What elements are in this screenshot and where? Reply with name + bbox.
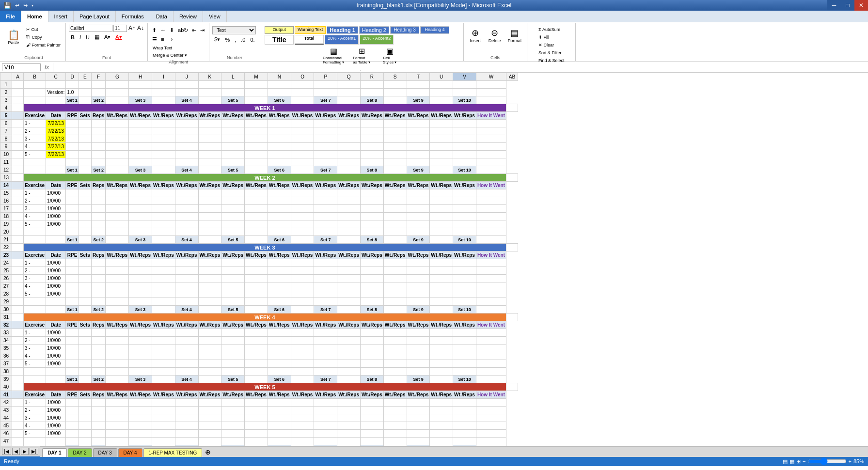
- set4-cell[interactable]: [175, 430, 198, 438]
- rpe-cell[interactable]: [66, 282, 79, 290]
- col-b[interactable]: B: [24, 73, 46, 81]
- decrease-font-btn[interactable]: A↓: [137, 24, 144, 32]
- set9-cell[interactable]: [291, 399, 314, 407]
- set5-cell[interactable]: [198, 414, 221, 422]
- set1-cell[interactable]: [106, 275, 129, 282]
- rpe-cell[interactable]: [66, 135, 79, 143]
- rpe-cell[interactable]: [66, 337, 79, 345]
- rpe-cell[interactable]: [66, 259, 79, 267]
- sets-cell[interactable]: [79, 337, 91, 345]
- version-value[interactable]: 1.0: [66, 89, 79, 96]
- set9-cell[interactable]: [291, 267, 314, 275]
- set4-cell[interactable]: [175, 267, 198, 275]
- rpe-cell[interactable]: [66, 360, 79, 368]
- sheet-1rep[interactable]: 1-REP MAX TESTING: [143, 448, 203, 457]
- set9-cell[interactable]: [291, 360, 314, 368]
- italic-button[interactable]: I: [78, 33, 83, 41]
- sets-cell[interactable]: [79, 360, 91, 368]
- tab-data[interactable]: Data: [150, 11, 174, 22]
- find-select-button[interactable]: Find & Select: [537, 57, 567, 64]
- date-cell[interactable]: 7/22/13: [46, 127, 66, 135]
- set3-cell[interactable]: [152, 345, 175, 352]
- set7-cell[interactable]: [245, 360, 268, 368]
- set6-cell[interactable]: [221, 205, 245, 213]
- reps-cell[interactable]: [91, 267, 105, 275]
- sheet-prev-btn[interactable]: ◀: [12, 448, 20, 455]
- set3-cell[interactable]: [152, 414, 175, 422]
- set7-cell[interactable]: [245, 329, 268, 337]
- set1-cell[interactable]: [106, 399, 129, 407]
- set6-cell[interactable]: [221, 422, 245, 430]
- reps-cell[interactable]: [91, 213, 105, 220]
- set1-cell[interactable]: [106, 422, 129, 430]
- set9-cell[interactable]: [291, 345, 314, 352]
- style-heading1[interactable]: Heading 1: [327, 26, 358, 34]
- date-cell[interactable]: 1/0/00: [46, 399, 66, 407]
- rpe-cell[interactable]: [66, 414, 79, 422]
- close-btn[interactable]: ✕: [854, 0, 868, 11]
- sets-cell[interactable]: [79, 135, 91, 143]
- reps-cell[interactable]: [91, 282, 105, 290]
- set6-cell[interactable]: [221, 213, 245, 220]
- formula-input[interactable]: [55, 64, 866, 70]
- set1-cell[interactable]: [106, 189, 129, 197]
- reps-cell[interactable]: [91, 127, 105, 135]
- sets-cell[interactable]: [79, 127, 91, 135]
- sets-cell[interactable]: [79, 414, 91, 422]
- set9-cell[interactable]: [291, 220, 314, 228]
- set3-cell[interactable]: [152, 275, 175, 282]
- set7-cell[interactable]: [245, 422, 268, 430]
- set9-cell[interactable]: [291, 337, 314, 345]
- sets-cell[interactable]: [79, 120, 91, 127]
- set9-cell[interactable]: [291, 290, 314, 298]
- sets-cell[interactable]: [79, 329, 91, 337]
- date-cell[interactable]: 1/0/00: [46, 422, 66, 430]
- reps-cell[interactable]: [91, 220, 105, 228]
- set1-cell[interactable]: [106, 197, 129, 205]
- set6-cell[interactable]: [221, 430, 245, 438]
- set2-cell[interactable]: [129, 267, 152, 275]
- fill-color-btn[interactable]: A▾: [102, 33, 112, 41]
- set4-cell[interactable]: [175, 414, 198, 422]
- cut-button[interactable]: ✂ Cut: [24, 26, 63, 33]
- set4-cell[interactable]: [175, 345, 198, 352]
- set2-cell[interactable]: [129, 337, 152, 345]
- set7-cell[interactable]: [245, 135, 268, 143]
- set1-cell[interactable]: [106, 143, 129, 151]
- set9-cell[interactable]: [291, 120, 314, 127]
- set7-cell[interactable]: [245, 267, 268, 275]
- style-total[interactable]: Total: [295, 35, 324, 45]
- date-cell[interactable]: 1/0/00: [46, 352, 66, 360]
- col-i[interactable]: I: [152, 73, 175, 81]
- set2-cell[interactable]: [129, 275, 152, 282]
- set3-cell[interactable]: [152, 352, 175, 360]
- set5-cell[interactable]: [198, 143, 221, 151]
- set10-cell[interactable]: [314, 282, 337, 290]
- zoom-out-btn[interactable]: −: [803, 458, 805, 464]
- sheet-day1[interactable]: DAY 1: [42, 448, 66, 457]
- sets-cell[interactable]: [79, 189, 91, 197]
- rpe-cell[interactable]: [66, 430, 79, 438]
- set1-cell[interactable]: [106, 352, 129, 360]
- set8-cell[interactable]: [268, 213, 291, 220]
- sets-cell[interactable]: [79, 290, 91, 298]
- insert-cell-button[interactable]: ⊕ Insert: [467, 26, 484, 45]
- set4-cell[interactable]: [175, 329, 198, 337]
- set3-cell[interactable]: [152, 205, 175, 213]
- set8-cell[interactable]: [268, 151, 291, 158]
- set8-cell[interactable]: [268, 352, 291, 360]
- col-r[interactable]: R: [360, 73, 383, 81]
- set1-cell[interactable]: [106, 290, 129, 298]
- set7-cell[interactable]: [245, 143, 268, 151]
- text-direction-btn[interactable]: ab↻: [176, 26, 189, 34]
- increase-decimal-btn[interactable]: .0: [239, 36, 247, 44]
- sets-cell[interactable]: [79, 399, 91, 407]
- set10-cell[interactable]: [314, 205, 337, 213]
- set2-cell[interactable]: [129, 329, 152, 337]
- reps-cell[interactable]: [91, 205, 105, 213]
- normal-view-btn[interactable]: ▤: [783, 458, 788, 465]
- set3-cell[interactable]: [152, 290, 175, 298]
- set5-cell[interactable]: [198, 120, 221, 127]
- set10-cell[interactable]: [314, 345, 337, 352]
- sets-cell[interactable]: [79, 422, 91, 430]
